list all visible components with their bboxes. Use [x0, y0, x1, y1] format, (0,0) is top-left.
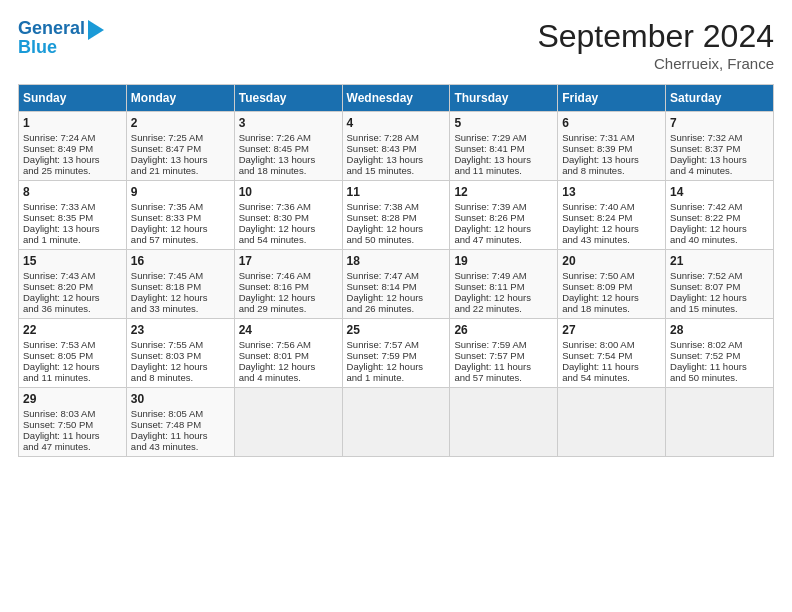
table-row: 3Sunrise: 7:26 AMSunset: 8:45 PMDaylight… — [234, 112, 342, 181]
sunset-text: Sunset: 8:39 PM — [562, 143, 632, 154]
daylight-text: Daylight: 12 hours — [239, 361, 316, 372]
daylight-text: and 26 minutes. — [347, 303, 415, 314]
sunset-text: Sunset: 8:41 PM — [454, 143, 524, 154]
sunset-text: Sunset: 8:18 PM — [131, 281, 201, 292]
table-row: 15Sunrise: 7:43 AMSunset: 8:20 PMDayligh… — [19, 250, 127, 319]
daylight-text: Daylight: 12 hours — [23, 361, 100, 372]
day-number: 17 — [239, 254, 338, 268]
daylight-text: and 18 minutes. — [562, 303, 630, 314]
sunrise-text: Sunrise: 7:55 AM — [131, 339, 203, 350]
daylight-text: and 29 minutes. — [239, 303, 307, 314]
sunset-text: Sunset: 8:09 PM — [562, 281, 632, 292]
table-row: 22Sunrise: 7:53 AMSunset: 8:05 PMDayligh… — [19, 319, 127, 388]
daylight-text: and 15 minutes. — [670, 303, 738, 314]
title-block: September 2024 Cherrueix, France — [537, 18, 774, 72]
logo-text: General — [18, 19, 85, 39]
table-row — [666, 388, 774, 457]
table-row: 2Sunrise: 7:25 AMSunset: 8:47 PMDaylight… — [126, 112, 234, 181]
col-sunday: Sunday — [19, 85, 127, 112]
day-number: 28 — [670, 323, 769, 337]
daylight-text: and 1 minute. — [347, 372, 405, 383]
calendar-table: Sunday Monday Tuesday Wednesday Thursday… — [18, 84, 774, 457]
day-number: 2 — [131, 116, 230, 130]
table-row: 25Sunrise: 7:57 AMSunset: 7:59 PMDayligh… — [342, 319, 450, 388]
daylight-text: and 43 minutes. — [562, 234, 630, 245]
daylight-text: Daylight: 12 hours — [562, 292, 639, 303]
daylight-text: and 15 minutes. — [347, 165, 415, 176]
table-row: 24Sunrise: 7:56 AMSunset: 8:01 PMDayligh… — [234, 319, 342, 388]
sunset-text: Sunset: 8:03 PM — [131, 350, 201, 361]
daylight-text: Daylight: 11 hours — [131, 430, 208, 441]
daylight-text: and 22 minutes. — [454, 303, 522, 314]
table-row: 19Sunrise: 7:49 AMSunset: 8:11 PMDayligh… — [450, 250, 558, 319]
daylight-text: Daylight: 13 hours — [131, 154, 208, 165]
table-row: 10Sunrise: 7:36 AMSunset: 8:30 PMDayligh… — [234, 181, 342, 250]
day-number: 23 — [131, 323, 230, 337]
daylight-text: Daylight: 13 hours — [23, 154, 100, 165]
day-number: 21 — [670, 254, 769, 268]
table-row: 14Sunrise: 7:42 AMSunset: 8:22 PMDayligh… — [666, 181, 774, 250]
sunset-text: Sunset: 7:59 PM — [347, 350, 417, 361]
daylight-text: and 25 minutes. — [23, 165, 91, 176]
sunset-text: Sunset: 8:28 PM — [347, 212, 417, 223]
sunrise-text: Sunrise: 7:45 AM — [131, 270, 203, 281]
daylight-text: and 4 minutes. — [670, 165, 732, 176]
sunrise-text: Sunrise: 7:56 AM — [239, 339, 311, 350]
day-number: 8 — [23, 185, 122, 199]
sunset-text: Sunset: 8:01 PM — [239, 350, 309, 361]
col-wednesday: Wednesday — [342, 85, 450, 112]
day-number: 24 — [239, 323, 338, 337]
sunrise-text: Sunrise: 7:49 AM — [454, 270, 526, 281]
daylight-text: and 4 minutes. — [239, 372, 301, 383]
daylight-text: Daylight: 12 hours — [454, 223, 531, 234]
sunrise-text: Sunrise: 7:33 AM — [23, 201, 95, 212]
calendar-week-row: 8Sunrise: 7:33 AMSunset: 8:35 PMDaylight… — [19, 181, 774, 250]
table-row: 1Sunrise: 7:24 AMSunset: 8:49 PMDaylight… — [19, 112, 127, 181]
day-number: 12 — [454, 185, 553, 199]
sunrise-text: Sunrise: 7:24 AM — [23, 132, 95, 143]
sunset-text: Sunset: 8:43 PM — [347, 143, 417, 154]
daylight-text: and 47 minutes. — [454, 234, 522, 245]
daylight-text: and 40 minutes. — [670, 234, 738, 245]
sunrise-text: Sunrise: 8:03 AM — [23, 408, 95, 419]
daylight-text: and 50 minutes. — [670, 372, 738, 383]
sunrise-text: Sunrise: 7:53 AM — [23, 339, 95, 350]
daylight-text: Daylight: 12 hours — [454, 292, 531, 303]
sunset-text: Sunset: 7:57 PM — [454, 350, 524, 361]
table-row: 5Sunrise: 7:29 AMSunset: 8:41 PMDaylight… — [450, 112, 558, 181]
table-row: 9Sunrise: 7:35 AMSunset: 8:33 PMDaylight… — [126, 181, 234, 250]
daylight-text: and 18 minutes. — [239, 165, 307, 176]
daylight-text: Daylight: 12 hours — [347, 223, 424, 234]
daylight-text: and 47 minutes. — [23, 441, 91, 452]
sunset-text: Sunset: 8:47 PM — [131, 143, 201, 154]
logo-arrow-icon — [88, 20, 104, 40]
col-saturday: Saturday — [666, 85, 774, 112]
daylight-text: and 54 minutes. — [562, 372, 630, 383]
daylight-text: Daylight: 12 hours — [347, 292, 424, 303]
day-number: 29 — [23, 392, 122, 406]
table-row: 4Sunrise: 7:28 AMSunset: 8:43 PMDaylight… — [342, 112, 450, 181]
table-row: 23Sunrise: 7:55 AMSunset: 8:03 PMDayligh… — [126, 319, 234, 388]
day-number: 26 — [454, 323, 553, 337]
sunrise-text: Sunrise: 7:47 AM — [347, 270, 419, 281]
header: General Blue September 2024 Cherrueix, F… — [18, 18, 774, 72]
daylight-text: and 57 minutes. — [454, 372, 522, 383]
sunrise-text: Sunrise: 7:35 AM — [131, 201, 203, 212]
page: General Blue September 2024 Cherrueix, F… — [0, 0, 792, 467]
day-number: 25 — [347, 323, 446, 337]
col-thursday: Thursday — [450, 85, 558, 112]
day-number: 9 — [131, 185, 230, 199]
daylight-text: Daylight: 11 hours — [562, 361, 639, 372]
table-row: 26Sunrise: 7:59 AMSunset: 7:57 PMDayligh… — [450, 319, 558, 388]
daylight-text: Daylight: 12 hours — [347, 361, 424, 372]
logo-blue-text: Blue — [18, 38, 57, 58]
table-row: 13Sunrise: 7:40 AMSunset: 8:24 PMDayligh… — [558, 181, 666, 250]
day-number: 6 — [562, 116, 661, 130]
daylight-text: Daylight: 11 hours — [454, 361, 531, 372]
sunrise-text: Sunrise: 8:02 AM — [670, 339, 742, 350]
day-number: 15 — [23, 254, 122, 268]
sunset-text: Sunset: 8:14 PM — [347, 281, 417, 292]
sunrise-text: Sunrise: 7:39 AM — [454, 201, 526, 212]
sunrise-text: Sunrise: 7:46 AM — [239, 270, 311, 281]
sunset-text: Sunset: 7:52 PM — [670, 350, 740, 361]
